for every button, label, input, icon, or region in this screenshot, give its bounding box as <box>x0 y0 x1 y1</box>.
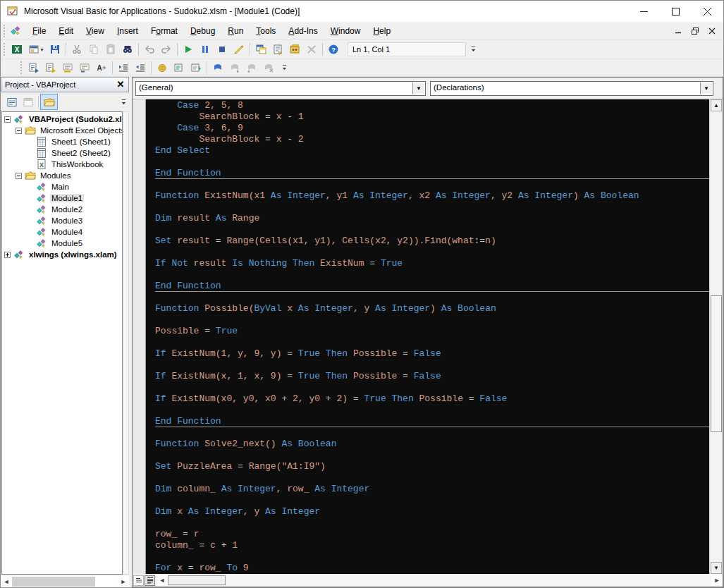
code-line[interactable]: If ExistNum(x0, y0, x0 + 2, y0 + 2) = Tr… <box>155 393 709 405</box>
full-module-view-button[interactable] <box>145 575 155 586</box>
code-line[interactable] <box>155 179 709 190</box>
find-button[interactable] <box>119 42 136 57</box>
code-line[interactable] <box>155 517 709 529</box>
project-tree-vertical-scrollbar[interactable] <box>123 111 129 575</box>
toggle-bookmark-button[interactable] <box>209 60 226 75</box>
code-line[interactable] <box>155 314 709 326</box>
tree-item-module5[interactable]: Module5 <box>2 238 122 249</box>
maximize-button[interactable] <box>660 1 692 22</box>
tree-item-vbaproject-sudoku2-xlsm[interactable]: VBAProject (Sudoku2.xlsm) <box>2 114 122 125</box>
code-line[interactable]: Dim x As Integer, y As Integer <box>155 506 709 517</box>
outdent-button[interactable] <box>132 60 149 75</box>
tree-item-sheet1-sheet1[interactable]: Sheet1 (Sheet1) <box>2 136 122 147</box>
parameter-info-button[interactable] <box>76 60 93 75</box>
scroll-left-arrow[interactable]: ◄ <box>157 575 168 586</box>
save-button[interactable] <box>47 42 63 57</box>
tree-item-module4[interactable]: Module4 <box>2 226 122 238</box>
scrollbar-thumb[interactable] <box>711 295 722 432</box>
tree-item-sheet2-sheet2[interactable]: Sheet2 (Sheet2) <box>2 147 122 159</box>
toggle-breakpoint-button[interactable] <box>154 60 171 75</box>
uncomment-block-button[interactable] <box>188 60 204 75</box>
help-button[interactable]: ? <box>325 42 342 57</box>
properties-window-button[interactable] <box>269 42 286 57</box>
project-panel-close-button[interactable]: ✕ <box>114 78 127 91</box>
code-line[interactable] <box>155 382 709 393</box>
code-line[interactable] <box>155 202 709 213</box>
collapse-icon[interactable] <box>16 173 22 179</box>
paste-button[interactable] <box>102 42 119 57</box>
menu-insert[interactable]: Insert <box>111 24 145 38</box>
object-browser-button[interactable] <box>286 42 303 57</box>
clear-bookmarks-button[interactable] <box>260 60 277 75</box>
code-line[interactable] <box>155 495 709 506</box>
code-line[interactable] <box>155 450 709 461</box>
scroll-up-arrow[interactable]: ▲ <box>711 99 722 111</box>
tree-item-module2[interactable]: Module2 <box>2 204 122 215</box>
collapse-icon[interactable] <box>4 116 11 123</box>
menu-add-ins[interactable]: Add-Ins <box>282 24 324 38</box>
code-line[interactable] <box>155 472 709 484</box>
quick-info-button[interactable] <box>59 60 76 75</box>
project-explorer-button[interactable] <box>252 42 269 57</box>
code-line[interactable]: Function Possible(ByVal x As Integer, y … <box>155 303 709 314</box>
expand-icon[interactable] <box>4 252 11 258</box>
code-line[interactable]: If ExistNum(1, y, 9, y) = True Then Poss… <box>155 348 709 360</box>
code-line[interactable]: If Not result Is Nothing Then ExistNum =… <box>155 258 709 269</box>
design-mode-button[interactable] <box>231 42 247 57</box>
tree-item-microsoft-excel-objects[interactable]: Microsoft Excel Objects <box>2 125 122 136</box>
code-line[interactable]: Function Solve2_next() As Boolean <box>155 439 709 450</box>
run-button[interactable] <box>180 42 197 57</box>
view-code-button[interactable] <box>4 94 20 109</box>
code-line[interactable] <box>155 427 709 439</box>
code-line-procedure-end[interactable]: End Function <box>155 281 709 292</box>
view-microsoft-excel-button[interactable]: X <box>8 42 25 57</box>
code-line[interactable] <box>155 405 709 416</box>
code-line-procedure-end[interactable]: End Function <box>155 168 709 179</box>
undo-button[interactable] <box>141 42 158 57</box>
code-line[interactable] <box>155 247 709 258</box>
tree-item-module3[interactable]: Module3 <box>2 215 122 226</box>
code-line[interactable]: Function ExistNum(x1 As Integer, y1 As I… <box>155 190 709 202</box>
code-line[interactable]: column_ = c + 1 <box>155 540 709 551</box>
toolbar-grip[interactable] <box>20 61 23 74</box>
menu-format[interactable]: Format <box>145 24 184 38</box>
child-minimize-button[interactable] <box>670 24 685 37</box>
code-line[interactable]: Dim result As Range <box>155 213 709 224</box>
scroll-right-arrow[interactable]: ► <box>118 576 129 587</box>
code-line[interactable]: row_ = r <box>155 529 709 540</box>
toolbar-grip[interactable] <box>3 43 6 56</box>
code-line-procedure-end[interactable]: End Function <box>155 416 709 427</box>
code-line[interactable]: For x = row_ To 9 <box>155 563 709 574</box>
code-line[interactable]: Set PuzzleArea = Range("A1:I9") <box>155 461 709 472</box>
dropdown-arrow-button[interactable]: ▼ <box>412 82 424 94</box>
scroll-right-arrow[interactable]: ► <box>711 575 723 586</box>
procedure-view-button[interactable] <box>133 575 144 586</box>
list-constants-button[interactable] <box>42 60 59 75</box>
code-line[interactable]: SearchBlock = x - 1 <box>155 111 709 123</box>
code-line[interactable] <box>155 292 709 303</box>
toolbar-options-button[interactable] <box>119 94 128 110</box>
copy-button[interactable] <box>85 42 102 57</box>
close-button[interactable] <box>692 1 723 22</box>
menu-debug[interactable]: Debug <box>184 24 221 38</box>
menu-run[interactable]: Run <box>221 24 250 38</box>
code-line[interactable] <box>155 337 709 348</box>
code-line[interactable] <box>155 269 709 281</box>
list-properties-methods-button[interactable] <box>25 60 42 75</box>
comment-block-button[interactable] <box>171 60 188 75</box>
reset-button[interactable] <box>214 42 231 57</box>
tree-item-modules[interactable]: Modules <box>2 170 122 181</box>
tree-item-xlwings-xlwings-xlam[interactable]: xlwings (xlwings.xlam) <box>2 249 122 260</box>
scroll-left-arrow[interactable]: ◄ <box>1 576 12 587</box>
insert-userform-button[interactable]: ▾ <box>25 42 47 57</box>
margin-indicator-bar[interactable] <box>133 99 146 574</box>
scroll-down-arrow[interactable]: ▼ <box>711 562 722 574</box>
code-line[interactable]: Set result = Range(Cells(x1, y1), Cells(… <box>155 235 709 247</box>
code-line[interactable]: Possible = True <box>155 326 709 337</box>
view-object-button[interactable] <box>20 94 36 109</box>
project-panel-header[interactable]: Project - VBAProject ✕ <box>1 77 129 92</box>
break-button[interactable] <box>197 42 214 57</box>
menu-window[interactable]: Window <box>324 24 367 38</box>
cut-button[interactable] <box>68 42 85 57</box>
code-line[interactable] <box>155 224 709 235</box>
